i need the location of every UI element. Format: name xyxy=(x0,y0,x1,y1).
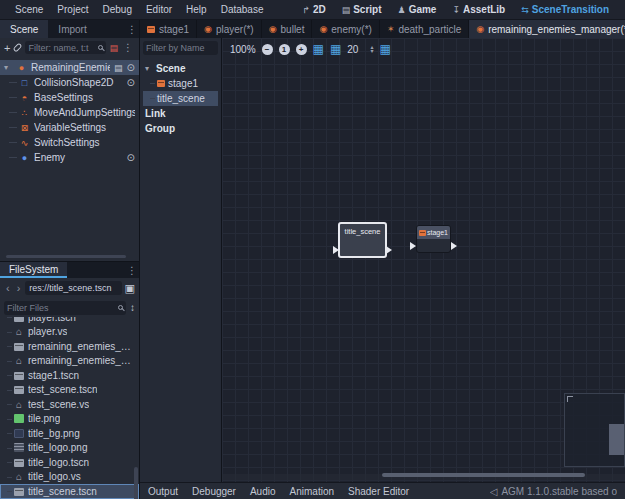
graph-minimap[interactable] xyxy=(564,393,625,467)
tree-node-root[interactable]: ▾ ● RemainingEnemiesMana ▤ ⊙ xyxy=(0,60,139,75)
spin-down-icon[interactable]: ▾ xyxy=(370,49,373,53)
visibility-toggle-icon[interactable]: ⊙ xyxy=(127,77,135,88)
scene-tab-enemy[interactable]: ◉enemy(*) xyxy=(312,20,379,38)
menu-debug[interactable]: Debug xyxy=(95,4,138,15)
file-row[interactable]: tile.png xyxy=(0,412,139,427)
tab-import-dock[interactable]: Import xyxy=(48,20,96,38)
split-mode-icon[interactable]: ▣ xyxy=(125,282,135,295)
file-row-selected[interactable]: title_scene.tscn xyxy=(0,484,139,499)
zoom-out-button[interactable]: − xyxy=(262,44,273,55)
file-row[interactable]: player.tscn xyxy=(0,317,139,325)
scene-tab-death-particle[interactable]: ✶death_particle xyxy=(380,20,469,38)
file-row[interactable]: test_scene.tscn xyxy=(0,383,139,398)
resource-path-field[interactable] xyxy=(25,281,121,295)
visibility-toggle-icon[interactable]: ⊙ xyxy=(127,62,135,73)
graph-filter-input[interactable] xyxy=(146,43,215,53)
output-port-icon[interactable] xyxy=(451,242,457,250)
grid-toggle-icon[interactable]: ▦ xyxy=(330,42,341,56)
scene-tree-hscrollbar[interactable] xyxy=(6,255,126,258)
minimap-toggle-icon[interactable]: ▦ xyxy=(379,42,390,56)
tree-node[interactable]: ◓ BaseSettings xyxy=(0,90,139,105)
input-port-icon[interactable] xyxy=(333,246,339,254)
file-filter-input[interactable] xyxy=(7,303,118,313)
workspace-script-button[interactable]: ▤Script xyxy=(334,4,390,15)
file-row[interactable]: title_logo.png xyxy=(0,441,139,456)
tree-node[interactable]: ∿ SwitchSettings xyxy=(0,135,139,150)
file-row[interactable]: title_logo.tscn xyxy=(0,455,139,470)
bottom-tab-debugger[interactable]: Debugger xyxy=(192,486,236,497)
graph-node-title-scene[interactable]: title_scene xyxy=(338,222,387,258)
graph-node-stage1[interactable]: stage1 xyxy=(416,225,451,253)
file-row[interactable]: title_bg.png xyxy=(0,426,139,441)
scene-tab-stage1[interactable]: stage1 xyxy=(140,20,197,38)
tree-node[interactable]: □ CollisionShape2D ⊙ xyxy=(0,75,139,90)
graph-editor[interactable]: 100% − 1 + ▦ ▦ 20 ▴▾ ▦ title_scene xyxy=(222,38,625,482)
add-node-icon[interactable]: + xyxy=(4,43,10,53)
menu-scene[interactable]: Scene xyxy=(8,4,50,15)
bottom-tab-audio[interactable]: Audio xyxy=(250,486,276,497)
dock-menu-icon[interactable]: ⋮ xyxy=(125,20,139,38)
tab-scene-dock[interactable]: Scene xyxy=(0,20,48,38)
workspace-scene-transition-button[interactable]: ⇆SceneTransition xyxy=(513,4,617,15)
collapse-icon[interactable]: ▾ xyxy=(145,64,153,73)
scene-filter-field[interactable] xyxy=(25,41,106,54)
bottom-tab-output[interactable]: Output xyxy=(148,486,178,497)
file-filter-field[interactable] xyxy=(4,301,126,315)
minimap-viewport-rect[interactable] xyxy=(609,424,624,455)
input-port-icon[interactable] xyxy=(410,242,416,250)
file-row[interactable]: ⌂player.vs xyxy=(0,325,139,340)
scene-tab-bullet[interactable]: ◉bullet xyxy=(262,20,313,38)
instance-scene-icon[interactable] xyxy=(13,43,23,53)
snap-toggle-icon[interactable]: ▦ xyxy=(313,42,324,56)
output-port-icon[interactable] xyxy=(386,246,392,254)
visibility-toggle-icon[interactable]: ⊙ xyxy=(127,152,135,163)
resource-path-input[interactable] xyxy=(29,283,117,293)
snap-spinner[interactable]: ▴▾ xyxy=(370,45,373,53)
tree-node[interactable]: ⊠ VariableSettings xyxy=(0,120,139,135)
file-row[interactable]: stage1.tscn xyxy=(0,368,139,383)
snap-distance-value[interactable]: 20 xyxy=(347,44,358,55)
scene-filter-input[interactable] xyxy=(28,43,98,53)
workspace-assetlib-button[interactable]: ↧AssetLib xyxy=(444,4,513,15)
assetlib-icon: ↧ xyxy=(452,5,460,15)
graph-tree-group-header[interactable]: Group xyxy=(143,121,218,136)
bottom-tab-shader-editor[interactable]: Shader Editor xyxy=(348,486,409,497)
mute-icon[interactable]: ◁ xyxy=(490,486,498,497)
file-row[interactable]: ⌂remaining_enemies_mana... xyxy=(0,354,139,369)
menu-editor[interactable]: Editor xyxy=(139,4,179,15)
nav-forward-icon[interactable]: › xyxy=(15,282,23,294)
bottom-tab-animation[interactable]: Animation xyxy=(290,486,334,497)
graph-hscroll-thumb[interactable] xyxy=(382,473,585,477)
menu-database[interactable]: Database xyxy=(214,4,271,15)
zoom-in-button[interactable]: + xyxy=(296,44,307,55)
nav-back-icon[interactable]: ‹ xyxy=(4,282,12,294)
tab-filesystem[interactable]: FileSystem xyxy=(0,262,67,278)
file-row[interactable]: ⌂test_scene.vs xyxy=(0,397,139,412)
scene-tab-remaining-enemies-manager[interactable]: ◉remaining_enemies_manager(*)× xyxy=(469,20,625,38)
file-row[interactable]: remaining_enemies_mana... xyxy=(0,339,139,354)
menu-project[interactable]: Project xyxy=(50,4,95,15)
filesystem-filter-row: ↕ xyxy=(0,298,139,317)
collapse-icon[interactable]: ▾ xyxy=(4,63,12,72)
scene-tab-player[interactable]: ◉player(*) xyxy=(197,20,262,38)
menu-help[interactable]: Help xyxy=(179,4,214,15)
graph-tree-link-header[interactable]: Link xyxy=(143,106,218,121)
graph-tree-scene-header[interactable]: ▾ Scene xyxy=(143,61,218,76)
file-row[interactable]: ⌂title_logo.vs xyxy=(0,470,139,485)
script-attached-icon[interactable]: ▤ xyxy=(114,63,123,73)
workspace-2d-button[interactable]: ↱2D xyxy=(294,4,333,15)
zoom-reset-button[interactable]: 1 xyxy=(279,44,290,55)
workspace-game-button[interactable]: ♟Game xyxy=(390,4,445,15)
graph-hscroll-track[interactable] xyxy=(222,474,625,480)
tree-node[interactable]: ● Enemy ⊙ xyxy=(0,150,139,165)
filesystem-menu-icon[interactable]: ⋮ xyxy=(125,262,139,278)
sort-files-icon[interactable]: ↕ xyxy=(130,302,135,313)
graph-tree-item-stage1[interactable]: stage1 xyxy=(143,76,218,91)
graph-tree-item-title-scene[interactable]: title_scene xyxy=(143,91,218,106)
scene-tree-menu-icon[interactable]: ⋮ xyxy=(121,42,135,53)
scene-file-icon xyxy=(14,386,24,394)
tree-node[interactable]: ∴ MoveAndJumpSettings xyxy=(0,105,139,120)
graph-filter-field[interactable] xyxy=(143,41,218,55)
file-list-vscrollbar[interactable] xyxy=(134,467,138,499)
attach-script-icon[interactable]: ▤ xyxy=(109,43,118,53)
